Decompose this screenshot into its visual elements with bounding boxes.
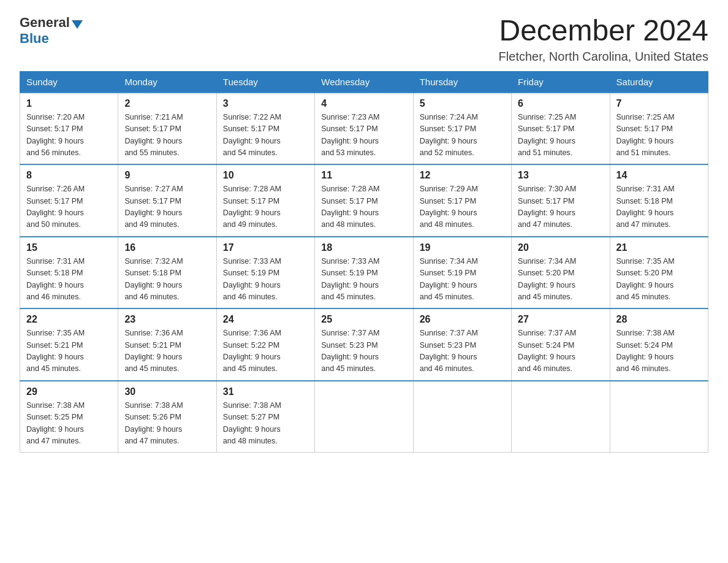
calendar-cell: 11 Sunrise: 7:28 AMSunset: 5:17 PMDaylig… — [315, 164, 413, 237]
calendar-cell: 19 Sunrise: 7:34 AMSunset: 5:19 PMDaylig… — [413, 237, 511, 309]
calendar-cell: 29 Sunrise: 7:38 AMSunset: 5:25 PMDaylig… — [20, 381, 118, 453]
calendar-cell: 16 Sunrise: 7:32 AMSunset: 5:18 PMDaylig… — [118, 237, 216, 309]
logo-blue-text: Blue — [20, 31, 49, 46]
header-thursday: Thursday — [413, 71, 511, 93]
day-number: 6 — [518, 98, 603, 109]
day-info: Sunrise: 7:36 AMSunset: 5:22 PMDaylight:… — [223, 329, 281, 373]
day-number: 24 — [223, 314, 308, 325]
day-info: Sunrise: 7:26 AMSunset: 5:17 PMDaylight:… — [26, 185, 85, 229]
day-info: Sunrise: 7:28 AMSunset: 5:17 PMDaylight:… — [223, 185, 281, 229]
day-number: 31 — [223, 386, 308, 397]
day-number: 28 — [616, 314, 702, 325]
calendar-week-row: 15 Sunrise: 7:31 AMSunset: 5:18 PMDaylig… — [20, 237, 708, 309]
calendar-cell: 26 Sunrise: 7:37 AMSunset: 5:23 PMDaylig… — [413, 308, 511, 381]
calendar-cell: 20 Sunrise: 7:34 AMSunset: 5:20 PMDaylig… — [512, 237, 610, 309]
weekday-header-row: Sunday Monday Tuesday Wednesday Thursday… — [20, 71, 708, 93]
header-sunday: Sunday — [20, 71, 118, 93]
day-number: 25 — [321, 314, 406, 325]
day-number: 11 — [321, 170, 406, 181]
calendar-cell: 9 Sunrise: 7:27 AMSunset: 5:17 PMDayligh… — [118, 164, 216, 237]
day-number: 13 — [518, 170, 603, 181]
calendar-week-row: 22 Sunrise: 7:35 AMSunset: 5:21 PMDaylig… — [20, 308, 708, 381]
day-info: Sunrise: 7:31 AMSunset: 5:18 PMDaylight:… — [616, 185, 675, 229]
calendar-cell: 10 Sunrise: 7:28 AMSunset: 5:17 PMDaylig… — [216, 164, 314, 237]
calendar-cell: 22 Sunrise: 7:35 AMSunset: 5:21 PMDaylig… — [20, 308, 118, 381]
day-info: Sunrise: 7:38 AMSunset: 5:25 PMDaylight:… — [26, 401, 85, 445]
header-wednesday: Wednesday — [315, 71, 413, 93]
day-info: Sunrise: 7:27 AMSunset: 5:17 PMDaylight:… — [124, 185, 183, 229]
page-header: General Blue December 2024 Fletcher, Nor… — [20, 15, 708, 64]
calendar-cell: 27 Sunrise: 7:37 AMSunset: 5:24 PMDaylig… — [512, 308, 610, 381]
calendar-week-row: 8 Sunrise: 7:26 AMSunset: 5:17 PMDayligh… — [20, 164, 708, 237]
header-friday: Friday — [512, 71, 610, 93]
day-number: 22 — [26, 314, 112, 325]
day-info: Sunrise: 7:24 AMSunset: 5:17 PMDaylight:… — [420, 113, 478, 157]
day-info: Sunrise: 7:35 AMSunset: 5:20 PMDaylight:… — [616, 257, 675, 301]
calendar-cell: 23 Sunrise: 7:36 AMSunset: 5:21 PMDaylig… — [118, 308, 216, 381]
day-number: 18 — [321, 242, 406, 253]
day-number: 2 — [124, 98, 210, 109]
day-info: Sunrise: 7:37 AMSunset: 5:24 PMDaylight:… — [518, 329, 576, 373]
month-year-title: December 2024 — [499, 15, 708, 47]
day-number: 12 — [420, 170, 505, 181]
calendar-cell: 8 Sunrise: 7:26 AMSunset: 5:17 PMDayligh… — [20, 164, 118, 237]
day-number: 21 — [616, 242, 702, 253]
day-number: 5 — [420, 98, 505, 109]
calendar-cell: 18 Sunrise: 7:33 AMSunset: 5:19 PMDaylig… — [315, 237, 413, 309]
day-number: 27 — [518, 314, 603, 325]
day-number: 1 — [26, 98, 112, 109]
calendar-cell: 12 Sunrise: 7:29 AMSunset: 5:17 PMDaylig… — [413, 164, 511, 237]
day-info: Sunrise: 7:34 AMSunset: 5:20 PMDaylight:… — [518, 257, 576, 301]
day-info: Sunrise: 7:33 AMSunset: 5:19 PMDaylight:… — [321, 257, 379, 301]
day-number: 29 — [26, 386, 112, 397]
calendar-cell: 15 Sunrise: 7:31 AMSunset: 5:18 PMDaylig… — [20, 237, 118, 309]
calendar-cell — [610, 381, 708, 453]
day-info: Sunrise: 7:34 AMSunset: 5:19 PMDaylight:… — [420, 257, 478, 301]
calendar-cell: 6 Sunrise: 7:25 AMSunset: 5:17 PMDayligh… — [512, 93, 610, 165]
day-info: Sunrise: 7:35 AMSunset: 5:21 PMDaylight:… — [26, 329, 85, 373]
calendar-cell: 1 Sunrise: 7:20 AMSunset: 5:17 PMDayligh… — [20, 93, 118, 165]
day-info: Sunrise: 7:20 AMSunset: 5:17 PMDaylight:… — [26, 113, 85, 157]
calendar-cell — [315, 381, 413, 453]
calendar-cell: 3 Sunrise: 7:22 AMSunset: 5:17 PMDayligh… — [216, 93, 314, 165]
calendar-cell: 7 Sunrise: 7:25 AMSunset: 5:17 PMDayligh… — [610, 93, 708, 165]
day-info: Sunrise: 7:38 AMSunset: 5:27 PMDaylight:… — [223, 401, 281, 445]
day-info: Sunrise: 7:29 AMSunset: 5:17 PMDaylight:… — [420, 185, 478, 229]
day-number: 8 — [26, 170, 112, 181]
day-number: 9 — [124, 170, 210, 181]
calendar-cell: 13 Sunrise: 7:30 AMSunset: 5:17 PMDaylig… — [512, 164, 610, 237]
day-number: 30 — [124, 386, 210, 397]
calendar-cell: 28 Sunrise: 7:38 AMSunset: 5:24 PMDaylig… — [610, 308, 708, 381]
day-info: Sunrise: 7:32 AMSunset: 5:18 PMDaylight:… — [124, 257, 183, 301]
calendar-table: Sunday Monday Tuesday Wednesday Thursday… — [20, 71, 708, 453]
logo: General Blue — [20, 15, 83, 47]
calendar-cell: 2 Sunrise: 7:21 AMSunset: 5:17 PMDayligh… — [118, 93, 216, 165]
calendar-cell: 31 Sunrise: 7:38 AMSunset: 5:27 PMDaylig… — [216, 381, 314, 453]
logo-general-text: General — [20, 15, 70, 31]
calendar-cell — [413, 381, 511, 453]
title-area: December 2024 Fletcher, North Carolina, … — [499, 15, 708, 64]
calendar-week-row: 29 Sunrise: 7:38 AMSunset: 5:25 PMDaylig… — [20, 381, 708, 453]
calendar-cell — [512, 381, 610, 453]
day-info: Sunrise: 7:25 AMSunset: 5:17 PMDaylight:… — [616, 113, 675, 157]
day-info: Sunrise: 7:30 AMSunset: 5:17 PMDaylight:… — [518, 185, 576, 229]
day-info: Sunrise: 7:38 AMSunset: 5:24 PMDaylight:… — [616, 329, 675, 373]
day-number: 17 — [223, 242, 308, 253]
calendar-cell: 17 Sunrise: 7:33 AMSunset: 5:19 PMDaylig… — [216, 237, 314, 309]
header-saturday: Saturday — [610, 71, 708, 93]
day-number: 16 — [124, 242, 210, 253]
day-info: Sunrise: 7:25 AMSunset: 5:17 PMDaylight:… — [518, 113, 576, 157]
day-info: Sunrise: 7:33 AMSunset: 5:19 PMDaylight:… — [223, 257, 281, 301]
calendar-cell: 4 Sunrise: 7:23 AMSunset: 5:17 PMDayligh… — [315, 93, 413, 165]
day-info: Sunrise: 7:37 AMSunset: 5:23 PMDaylight:… — [321, 329, 379, 373]
calendar-week-row: 1 Sunrise: 7:20 AMSunset: 5:17 PMDayligh… — [20, 93, 708, 165]
location-subtitle: Fletcher, North Carolina, United States — [499, 50, 708, 64]
calendar-cell: 30 Sunrise: 7:38 AMSunset: 5:26 PMDaylig… — [118, 381, 216, 453]
day-info: Sunrise: 7:28 AMSunset: 5:17 PMDaylight:… — [321, 185, 379, 229]
day-info: Sunrise: 7:23 AMSunset: 5:17 PMDaylight:… — [321, 113, 379, 157]
day-number: 14 — [616, 170, 702, 181]
calendar-cell: 5 Sunrise: 7:24 AMSunset: 5:17 PMDayligh… — [413, 93, 511, 165]
day-info: Sunrise: 7:31 AMSunset: 5:18 PMDaylight:… — [26, 257, 85, 301]
calendar-cell: 25 Sunrise: 7:37 AMSunset: 5:23 PMDaylig… — [315, 308, 413, 381]
day-number: 23 — [124, 314, 210, 325]
